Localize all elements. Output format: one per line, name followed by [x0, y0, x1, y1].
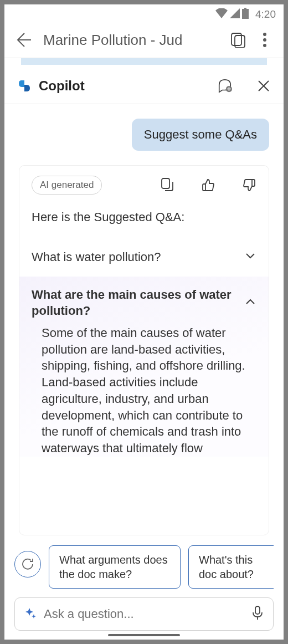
chevron-up-icon: [245, 297, 256, 308]
clock: 4:20: [255, 8, 276, 21]
more-options-button[interactable]: [258, 33, 271, 47]
qa-item[interactable]: What is water pollution?: [32, 241, 256, 273]
qa-item[interactable]: What are the main causes of water pollut…: [19, 277, 269, 457]
ask-placeholder: Ask a question...: [44, 607, 244, 621]
suggestion-chip[interactable]: What's this doc about?: [188, 545, 274, 589]
copy-button[interactable]: [160, 178, 174, 192]
doc-background-strip: [4, 58, 284, 67]
status-bar: 4:20: [4, 4, 284, 21]
user-message: Suggest some Q&As: [132, 119, 269, 151]
copilot-header-icon[interactable]: [230, 32, 247, 48]
home-indicator: [108, 634, 180, 636]
qa-question: What is water pollution?: [32, 249, 161, 265]
battery-icon: [242, 8, 249, 21]
sparkle-icon: [25, 607, 36, 621]
ai-response-card: AI generated Here is the Suggested Q&A: …: [19, 165, 269, 535]
mic-icon[interactable]: [252, 606, 263, 622]
suggestion-chip[interactable]: What arguments does the doc make?: [49, 545, 181, 589]
copilot-logo-icon: [17, 78, 32, 94]
svg-rect-4: [255, 606, 260, 614]
doc-header: Marine Pollution - Jud: [4, 21, 284, 58]
svg-rect-3: [162, 178, 169, 188]
qa-answer: Some of the main causes of water polluti…: [32, 325, 256, 457]
ask-input[interactable]: Ask a question...: [14, 597, 274, 631]
close-button[interactable]: [256, 78, 271, 94]
chevron-down-icon: [245, 252, 256, 263]
back-button[interactable]: [14, 31, 32, 49]
ai-intro-text: Here is the Suggested Q&A:: [32, 210, 256, 224]
qa-question: What are the main causes of water pollut…: [32, 287, 240, 319]
svg-rect-0: [242, 9, 249, 19]
svg-rect-1: [244, 8, 246, 9]
wifi-icon: [215, 8, 228, 21]
ai-generated-badge: AI generated: [32, 176, 102, 195]
signal-icon: [230, 8, 240, 21]
input-section: What arguments does the doc make? What's…: [4, 535, 284, 640]
copilot-pane-header: Copilot: [4, 67, 284, 104]
doc-title: Marine Pollution - Jud: [43, 32, 219, 49]
new-chat-button[interactable]: [217, 78, 233, 94]
refresh-suggestions-button[interactable]: [14, 551, 41, 577]
thumbs-up-button[interactable]: [201, 178, 215, 192]
copilot-title: Copilot: [39, 78, 210, 94]
thumbs-down-button[interactable]: [242, 178, 256, 192]
chat-area: Suggest some Q&As AI generated Here is t…: [4, 104, 284, 535]
